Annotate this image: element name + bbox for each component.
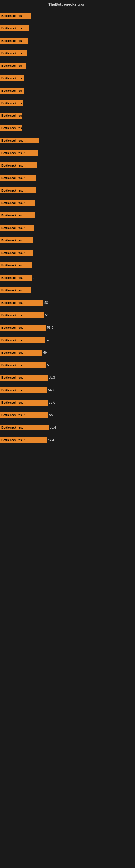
- bar-label: Bottleneck result: [0, 200, 35, 206]
- bar-label: Bottleneck result: [0, 300, 43, 306]
- bar-value: 56.4: [50, 426, 60, 429]
- bar-label: Bottleneck result: [0, 437, 47, 443]
- bar-label: Bottleneck result: [0, 362, 46, 368]
- header: TheBottlenecker.com: [0, 0, 135, 8]
- bar-label: Bottleneck res: [0, 88, 24, 94]
- bar-value: 54.7: [48, 388, 59, 392]
- table-row: Bottleneck result55.6: [0, 399, 135, 406]
- table-row: Bottleneck result55.3: [0, 374, 135, 381]
- table-row: Bottleneck res: [0, 37, 135, 44]
- table-row: Bottleneck res: [0, 99, 135, 107]
- bar-label: Bottleneck result: [0, 312, 44, 318]
- table-row: Bottleneck result: [0, 249, 135, 257]
- bar-value: 53.5: [47, 363, 58, 367]
- table-row: Bottleneck result: [0, 162, 135, 169]
- bar-value: .: [33, 276, 44, 280]
- bar-value: 52.: [46, 338, 57, 342]
- bar-value: 55.9: [49, 413, 60, 417]
- bar-label: Bottleneck result: [0, 175, 37, 181]
- bar-label: Bottleneck res: [0, 50, 27, 56]
- bar-label: Bottleneck res: [0, 125, 21, 131]
- bar-value: 50: [44, 301, 55, 305]
- bar-label: Bottleneck result: [0, 237, 34, 243]
- bar-label: Bottleneck result: [0, 400, 48, 405]
- bar-label: Bottleneck res: [0, 25, 29, 31]
- table-row: Bottleneck result53.5: [0, 361, 135, 369]
- table-row: Bottleneck result50: [0, 299, 135, 307]
- bar-label: Bottleneck result: [0, 262, 32, 268]
- bar-value: 49: [43, 351, 54, 354]
- table-row: Bottleneck res: [0, 124, 135, 132]
- bar-label: Bottleneck result: [0, 137, 39, 144]
- bar-label: Bottleneck result: [0, 325, 46, 331]
- table-row: Bottleneck result: [0, 286, 135, 294]
- bar-label: Bottleneck result: [0, 412, 48, 418]
- bar-label: Bottleneck result: [0, 162, 37, 168]
- table-row: Bottleneck result: [0, 174, 135, 182]
- table-row: Bottleneck res: [0, 50, 135, 57]
- bar-label: Bottleneck result: [0, 425, 49, 431]
- table-row: Bottleneck result49: [0, 349, 135, 356]
- table-row: Bottleneck res: [0, 74, 135, 82]
- table-row: Bottleneck res: [0, 12, 135, 20]
- site-title: TheBottlenecker.com: [0, 0, 135, 8]
- bar-label: Bottleneck result: [0, 337, 45, 343]
- table-row: Bottleneck result: [0, 237, 135, 244]
- bar-label: Bottleneck result: [0, 187, 36, 193]
- bar-label: Bottleneck result: [0, 150, 38, 156]
- bar-value: 55.3: [49, 376, 59, 379]
- bar-label: Bottleneck result: [0, 387, 47, 393]
- bar-label: Bottleneck res: [0, 100, 23, 106]
- table-row: Bottleneck result52.: [0, 336, 135, 344]
- bar-label: Bottleneck res: [0, 38, 28, 44]
- table-row: Bottleneck res: [0, 24, 135, 32]
- table-row: Bottleneck result: [0, 212, 135, 219]
- bar-value: 53.6: [47, 326, 58, 330]
- bar-value: 55.6: [49, 401, 60, 404]
- bar-label: Bottleneck res: [0, 13, 31, 19]
- bar-label: Bottleneck result: [0, 375, 48, 380]
- table-row: Bottleneck result56.4: [0, 424, 135, 431]
- table-row: Bottleneck result: [0, 224, 135, 231]
- table-row: Bottleneck result53.6: [0, 324, 135, 332]
- table-row: Bottleneck result: [0, 199, 135, 207]
- bar-label: Bottleneck result: [0, 287, 31, 293]
- bar-label: Bottleneck result: [0, 225, 34, 231]
- table-row: Bottleneck result54.7: [0, 386, 135, 394]
- table-row: Bottleneck result: [0, 149, 135, 157]
- table-row: Bottleneck result54.4: [0, 436, 135, 444]
- table-row: Bottleneck result: [0, 187, 135, 194]
- table-row: Bottleneck res: [0, 62, 135, 69]
- rows-container: Bottleneck resBottleneck resBottleneck r…: [0, 8, 135, 444]
- table-row: Bottleneck result: [0, 261, 135, 269]
- bar-value: 54.4: [48, 438, 58, 442]
- table-row: Bottleneck result55.9: [0, 411, 135, 419]
- bar-label: Bottleneck result: [0, 350, 42, 355]
- bar-label: Bottleneck res: [0, 63, 26, 69]
- table-row: Bottleneck res: [0, 87, 135, 94]
- bar-label: Bottleneck result: [0, 250, 33, 256]
- bar-label: Bottleneck result: [0, 212, 35, 218]
- bar-label: Bottleneck res: [0, 75, 24, 81]
- table-row: Bottleneck res: [0, 112, 135, 119]
- table-row: Bottleneck result: [0, 137, 135, 144]
- bar-label: Bottleneck res: [0, 113, 22, 119]
- bar-value: 51.: [45, 313, 56, 317]
- table-row: Bottleneck result.: [0, 274, 135, 282]
- bar-label: Bottleneck result: [0, 275, 32, 281]
- table-row: Bottleneck result51.: [0, 311, 135, 319]
